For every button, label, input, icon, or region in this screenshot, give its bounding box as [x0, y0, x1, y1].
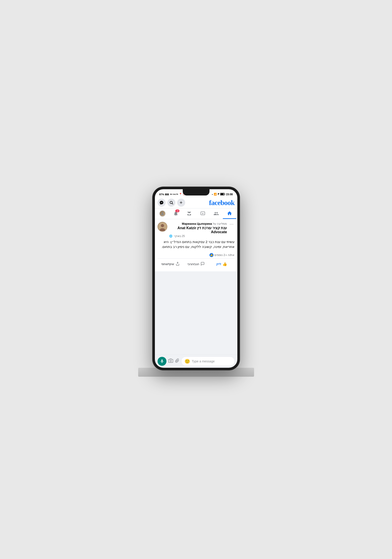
post-meta: ממליצה על Марианна Цыпорина ענת קציר עור… — [169, 222, 227, 238]
status-left: 87% ▮▮▮ 5G VoLTE 📍 ⏰ — [159, 193, 185, 196]
share-button[interactable]: שתף/שתפי — [158, 260, 183, 268]
svg-line-4 — [172, 203, 173, 204]
post-page-name[interactable]: ענת קציר עורכת דין Anat Katzir Advocate — [169, 226, 227, 234]
message-bar: 🙂 Type a message — [155, 354, 237, 368]
svg-point-12 — [170, 360, 171, 362]
share-label: שתף/שתפי — [161, 262, 174, 266]
bluetooth-icon: Ᵽ — [218, 193, 219, 196]
search-button[interactable] — [167, 199, 175, 207]
post-body: עשיתי עם ענת כבר 2 עסקאות בתחום הנדל״ן- … — [158, 239, 235, 250]
facebook-logo: facebook — [209, 199, 235, 207]
home-icon — [226, 210, 233, 216]
post-reactions: את/ה ו-2 נוספים 👍 — [158, 252, 235, 259]
svg-rect-1 — [220, 193, 223, 195]
nav-item-friends[interactable] — [209, 209, 223, 218]
create-post-button[interactable]: + — [177, 199, 185, 207]
post-body-line1: עשיתי עם ענת כבר 2 עסקאות בתחום הנדל״ן- … — [158, 239, 235, 245]
comment-action-icon — [201, 262, 205, 266]
post-more-options-button[interactable]: ··· — [229, 222, 234, 226]
voice-button[interactable] — [158, 357, 167, 366]
message-placeholder: Type a message — [192, 360, 215, 363]
time-display: 15:08 — [226, 193, 233, 196]
reaction-count: את/ה ו-2 נוספים 👍 — [209, 253, 234, 257]
like-emoji-icon: 👍 — [209, 253, 214, 257]
like-action-icon: 👍 — [223, 262, 227, 266]
post-header: ··· ממליצה על Марианна Цыпорина ענת קציר… — [158, 222, 235, 238]
battery-percentage: 87% — [159, 193, 164, 196]
post-avatar[interactable] — [158, 222, 167, 232]
post-timestamp: 25 באוקי׳ 🌐 — [169, 234, 227, 238]
emoji-button[interactable]: 🙂 — [185, 359, 190, 364]
recommends-text: ממליצה על — [213, 222, 227, 225]
post-body-line2: אחריאת, זמינה, קשובה ללקוח, עם ניסיון רב… — [158, 244, 235, 250]
scene: 87% ▮▮▮ 5G VoLTE 📍 ⏰ • 📶 Ᵽ — [145, 178, 247, 381]
signal-strength-icon: ▮▮▮ — [165, 193, 169, 196]
empty-feed-space — [155, 273, 237, 340]
header-action-buttons: + — [158, 199, 185, 207]
reactions-text: את/ה ו-2 נוספים — [214, 253, 234, 257]
marketplace-icon — [186, 210, 192, 217]
facebook-feed: ··· ממליצה על Марианна Цыпорина ענת קציר… — [155, 219, 237, 354]
phone-frame: 87% ▮▮▮ 5G VoLTE 📍 ⏰ • 📶 Ᵽ — [153, 187, 240, 370]
svg-point-3 — [170, 201, 172, 204]
plus-icon: + — [180, 200, 183, 205]
camera-button[interactable] — [168, 358, 173, 364]
network-type-icon: 5G VoLTE — [170, 193, 178, 195]
page-full-name: קציר עורכת דין Anat Katzir Advocate — [177, 226, 227, 234]
svg-point-5 — [161, 212, 163, 214]
post-card: ··· ממליצה על Марианна Цыпорина ענת קציר… — [155, 219, 237, 271]
messenger-button[interactable] — [158, 199, 166, 207]
status-right: • 📶 Ᵽ 15:08 — [212, 193, 233, 196]
battery-icon — [220, 193, 225, 196]
post-author-name: Марианна Цыпорина — [182, 222, 212, 225]
notification-badge: 10 — [175, 210, 179, 212]
svg-rect-2 — [225, 194, 225, 195]
phone-screen: 87% ▮▮▮ 5G VoLTE 📍 ⏰ • 📶 Ᵽ — [155, 189, 237, 368]
status-bar: 87% ▮▮▮ 5G VoLTE 📍 ⏰ • 📶 Ᵽ — [155, 189, 237, 197]
recommended-name: ענת — [221, 226, 227, 230]
profile-avatar — [159, 210, 166, 217]
like-label: לייק — [216, 262, 221, 266]
globe-icon: 🌐 — [169, 234, 172, 238]
message-input-field[interactable]: 🙂 Type a message — [181, 357, 235, 366]
comment-button[interactable]: הגב/הגיבי — [183, 260, 209, 268]
nav-item-notifications[interactable]: 10 — [169, 209, 183, 218]
svg-point-9 — [161, 224, 164, 227]
timestamp-text: 25 באוקי׳ — [173, 234, 185, 238]
gps-icon: 📍 — [179, 193, 182, 196]
dot-indicator: • — [212, 193, 213, 196]
nav-item-profile[interactable] — [156, 209, 169, 218]
navigation-tabs: 10 — [155, 208, 237, 219]
friends-icon — [213, 210, 219, 217]
nav-item-home[interactable] — [223, 208, 236, 219]
facebook-header: + facebook — [155, 197, 237, 208]
attachment-button[interactable] — [175, 358, 179, 364]
comment-label: הגב/הגיבי — [187, 262, 199, 266]
like-button[interactable]: 👍 לייק — [209, 260, 234, 268]
post-actions: 👍 לייק הגב/הגיבי — [158, 260, 235, 269]
post-author-line: ממליצה על Марианна Цыпорина — [169, 222, 227, 226]
svg-marker-7 — [202, 213, 204, 214]
wifi-icon: 📶 — [214, 193, 217, 196]
nav-item-marketplace[interactable] — [183, 209, 196, 218]
nav-item-watch[interactable] — [196, 209, 209, 218]
alarm-icon: ⏰ — [183, 193, 185, 196]
share-action-icon — [176, 262, 180, 266]
watch-icon — [200, 210, 206, 217]
